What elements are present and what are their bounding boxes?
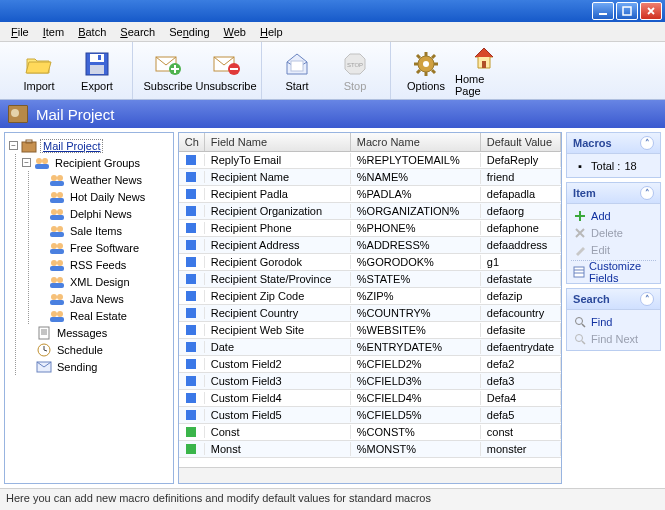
cell-macro-name: %CFIELD5%: [351, 408, 481, 422]
minimize-button[interactable]: [592, 2, 614, 20]
panel-search: Search ˄ Find Find Next: [566, 288, 661, 351]
menu-help[interactable]: Help: [253, 24, 290, 40]
table-row[interactable]: Monst%MONST%monster: [179, 441, 561, 458]
table-row[interactable]: Custom Field2%CFIELD2%defa2: [179, 356, 561, 373]
cell-default-value: defaentrydate: [481, 340, 561, 354]
table-row[interactable]: Recipient Name%NAME%friend: [179, 169, 561, 186]
menu-sending[interactable]: Sending: [162, 24, 216, 40]
tree-sending[interactable]: Sending: [20, 358, 171, 375]
grid-body[interactable]: ReplyTo Email%REPLYTOEMAIL%DefaReplyReci…: [179, 152, 561, 467]
cell-default-value: defaphone: [481, 221, 561, 235]
col-ch[interactable]: Ch: [179, 133, 205, 151]
tree-schedule[interactable]: Schedule: [20, 341, 171, 358]
action-label: Find: [591, 316, 612, 328]
cell-ch: [179, 222, 205, 234]
tree-group-item[interactable]: Sale Items: [33, 222, 171, 239]
tree-group-item[interactable]: Weather News: [33, 171, 171, 188]
toolbar-label: Subscribe: [144, 80, 193, 92]
cell-field-name: Recipient Web Site: [205, 323, 351, 337]
cell-macro-name: %ENTRYDATE%: [351, 340, 481, 354]
menu-web[interactable]: Web: [217, 24, 253, 40]
users-icon: [49, 172, 65, 188]
start-button[interactable]: Start: [268, 47, 326, 95]
table-row[interactable]: Const%CONST%const: [179, 424, 561, 441]
table-row[interactable]: Recipient Address%ADDRESS%defaaddress: [179, 237, 561, 254]
search-find-next[interactable]: Find Next: [571, 330, 656, 347]
color-square-icon: [186, 206, 196, 216]
cell-field-name: Recipient Gorodok: [205, 255, 351, 269]
project-tree[interactable]: − Mail Project − Recipient Groups Weathe…: [4, 132, 174, 484]
tree-recipient-groups[interactable]: − Recipient Groups: [20, 154, 171, 171]
menu-batch[interactable]: Batch: [71, 24, 113, 40]
item-delete[interactable]: Delete: [571, 224, 656, 241]
menu-file[interactable]: File: [4, 24, 36, 40]
options-button[interactable]: Options: [397, 47, 455, 95]
table-row[interactable]: Recipient State/Province%STATE%defastate: [179, 271, 561, 288]
total-label: Total :: [591, 160, 620, 172]
table-row[interactable]: Recipient Padla%PADLA%defapadla: [179, 186, 561, 203]
item-add[interactable]: Add: [571, 207, 656, 224]
tree-group-item[interactable]: XML Design: [33, 273, 171, 290]
svg-point-38: [57, 226, 63, 232]
table-row[interactable]: Recipient Zip Code%ZIP%defazip: [179, 288, 561, 305]
tree-label: Java News: [68, 293, 126, 305]
maximize-button[interactable]: [616, 2, 638, 20]
chevron-up-icon: ˄: [640, 136, 654, 150]
cell-field-name: Custom Field4: [205, 391, 351, 405]
tree-messages[interactable]: Messages: [20, 324, 171, 341]
tree-group-item[interactable]: Hot Daily News: [33, 188, 171, 205]
table-row[interactable]: Recipient Phone%PHONE%defaphone: [179, 220, 561, 237]
cell-ch: [179, 154, 205, 166]
cell-macro-name: %CFIELD3%: [351, 374, 481, 388]
cell-default-value: monster: [481, 442, 561, 456]
subscribe-button[interactable]: Subscribe: [139, 47, 197, 95]
unsubscribe-button[interactable]: Unsubscribe: [197, 47, 255, 95]
panel-header[interactable]: Item ˄: [567, 183, 660, 204]
table-row[interactable]: Recipient Country%COUNTRY%defacountry: [179, 305, 561, 322]
table-row[interactable]: Recipient Gorodok%GORODOK%g1: [179, 254, 561, 271]
color-square-icon: [186, 325, 196, 335]
tree-group-item[interactable]: RSS Feeds: [33, 256, 171, 273]
tree-root[interactable]: − Mail Project: [7, 137, 171, 154]
svg-point-28: [51, 175, 57, 181]
table-row[interactable]: Custom Field4%CFIELD4%Defa4: [179, 390, 561, 407]
cell-default-value: defasite: [481, 323, 561, 337]
table-row[interactable]: Custom Field3%CFIELD3%defa3: [179, 373, 561, 390]
table-row[interactable]: Custom Field5%CFIELD5%defa5: [179, 407, 561, 424]
collapse-icon[interactable]: −: [22, 158, 31, 167]
col-default-value[interactable]: Default Value: [481, 133, 561, 151]
cell-field-name: Recipient Country: [205, 306, 351, 320]
cell-default-value: Defa4: [481, 391, 561, 405]
table-row[interactable]: Date%ENTRYDATE%defaentrydate: [179, 339, 561, 356]
cell-field-name: Recipient State/Province: [205, 272, 351, 286]
import-button[interactable]: Import: [10, 47, 68, 95]
item-edit[interactable]: Edit: [571, 241, 656, 258]
menu-search[interactable]: Search: [113, 24, 162, 40]
collapse-icon[interactable]: −: [9, 141, 18, 150]
col-field-name[interactable]: Field Name: [205, 133, 351, 151]
tree-label: Delphi News: [68, 208, 134, 220]
tree-group-item[interactable]: Real Estate: [33, 307, 171, 324]
tree-label: Hot Daily News: [68, 191, 147, 203]
tree-group-item[interactable]: Delphi News: [33, 205, 171, 222]
table-row[interactable]: Recipient Organization%ORGANIZATION%defa…: [179, 203, 561, 220]
col-macro-name[interactable]: Macro Name: [351, 133, 481, 151]
table-row[interactable]: ReplyTo Email%REPLYTOEMAIL%DefaReply: [179, 152, 561, 169]
item-customize-fields[interactable]: Customize Fields: [571, 263, 656, 280]
stop-button[interactable]: STOP Stop: [326, 47, 384, 95]
home-page-button[interactable]: Home Page: [455, 47, 513, 95]
table-row[interactable]: Recipient Web Site%WEBSITE%defasite: [179, 322, 561, 339]
svg-rect-1: [623, 7, 631, 15]
search-find[interactable]: Find: [571, 313, 656, 330]
cell-macro-name: %PHONE%: [351, 221, 481, 235]
menu-item[interactable]: Item: [36, 24, 71, 40]
tree-group-item[interactable]: Free Software: [33, 239, 171, 256]
color-square-icon: [186, 427, 196, 437]
close-button[interactable]: [640, 2, 662, 20]
panel-header[interactable]: Search ˄: [567, 289, 660, 310]
cell-default-value: defa5: [481, 408, 561, 422]
chevron-up-icon: ˄: [640, 186, 654, 200]
panel-header[interactable]: Macros ˄: [567, 133, 660, 154]
tree-group-item[interactable]: Java News: [33, 290, 171, 307]
export-button[interactable]: Export: [68, 47, 126, 95]
